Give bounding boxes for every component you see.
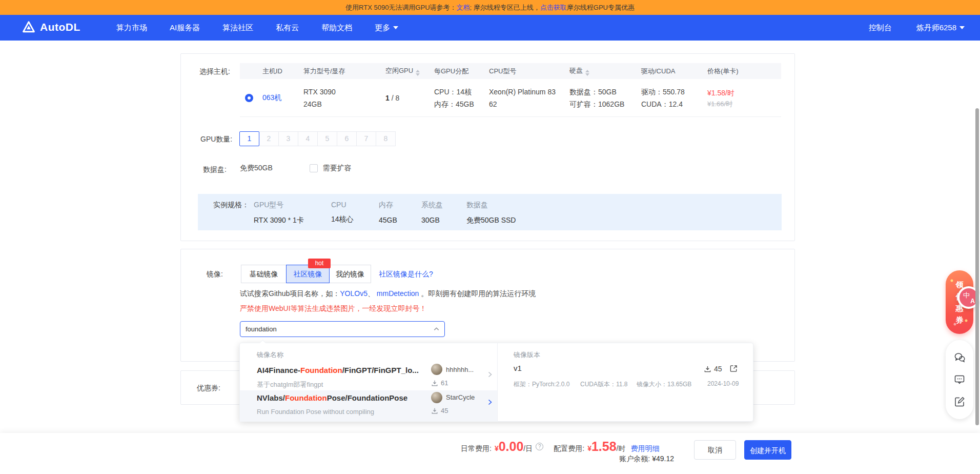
avatar: [431, 364, 442, 375]
cost-detail-link[interactable]: 费用明细: [631, 444, 660, 453]
gpu-count-option-6[interactable]: 6: [337, 131, 357, 146]
image-label: 镜像:: [207, 270, 223, 279]
image-name-header: 镜像名称: [257, 350, 283, 360]
chevron-down-icon: [393, 26, 398, 29]
expand-checkbox[interactable]: [310, 164, 318, 172]
gpu-count-option-7[interactable]: 7: [356, 131, 376, 146]
nav-right: 控制台 炼丹师6258: [869, 15, 965, 41]
nav-menu: 算力市场 AI服务器 算法社区 私有云 帮助文档 更多: [116, 15, 398, 41]
cell-free-gpu: 1 / 8: [381, 94, 430, 102]
spec-cpu: CPU14核心: [331, 201, 354, 224]
cell-cpu-model: Xeon(R) Platinum 8362: [485, 86, 565, 110]
download-count-1: 61: [431, 379, 448, 387]
console-link[interactable]: 控制台: [869, 23, 892, 33]
yolov5-link[interactable]: YOLOv5: [340, 289, 368, 298]
create-and-start-button[interactable]: 创建并开机: [744, 440, 791, 460]
author-name-2: StarCycle: [446, 393, 475, 401]
version-date: 2024-10-09: [707, 380, 739, 387]
expand-label[interactable]: 需要扩容: [323, 164, 352, 173]
header-gpu-model: 算力型号/显存: [299, 67, 381, 76]
autodl-logo-icon: [22, 20, 36, 34]
host-radio-selected[interactable]: [245, 94, 253, 102]
nav-item-private-cloud[interactable]: 私有云: [276, 23, 299, 33]
spec-gpu: GPU型号RTX 3090 * 1卡: [254, 201, 304, 225]
gpu-count-label: GPU数量:: [200, 135, 232, 144]
sort-icon[interactable]: [416, 70, 420, 76]
cell-price: ¥1.58/时¥1.66/时: [703, 87, 781, 109]
image-tabs: 基础镜像 社区镜像 我的镜像: [241, 265, 371, 283]
daily-cost-label: 日常费用:: [461, 444, 492, 453]
version-size: 镜像大小：13.65GB: [637, 380, 691, 389]
download-icon: [431, 380, 438, 387]
avatar: [431, 392, 442, 403]
banner-doc-link[interactable]: 文档: [457, 4, 470, 11]
nav-item-market[interactable]: 算力市场: [116, 23, 147, 33]
host-table-row[interactable]: 063机 RTX 309024GB 1 / 8 CPU：14核内存：45GB X…: [240, 79, 781, 117]
cell-driver-cuda: 驱动：550.78CUDA：12.4: [637, 86, 703, 110]
gpu-count-option-3[interactable]: 3: [278, 131, 298, 146]
cell-per-gpu: CPU：14核内存：45GB: [430, 86, 485, 110]
download-icon: [431, 407, 438, 414]
header-free-gpu[interactable]: 空闲GPU: [381, 66, 430, 76]
image-search: [240, 321, 445, 337]
data-disk-row: 免费50GB 需要扩容: [240, 164, 352, 173]
user-menu[interactable]: 炼丹师6258: [916, 23, 965, 33]
version-download-count: 45: [704, 365, 722, 373]
cell-disk: 数据盘：50GB可扩容：1062GB: [565, 86, 637, 110]
wechat-icon[interactable]: [953, 351, 966, 364]
spec-memory: 内存45GB: [379, 201, 397, 224]
image-search-input[interactable]: [240, 321, 445, 337]
gpu-count-option-2[interactable]: 2: [259, 131, 279, 146]
scrollbar[interactable]: [975, 108, 979, 425]
host-id-link[interactable]: 063机: [262, 93, 281, 102]
top-banner: 使用RTX 5090无法调用GPU请参考：文档; 摩尔线程专区已上线，点击获取摩…: [0, 0, 980, 15]
config-cost-value: 1.58: [591, 439, 617, 454]
config-cost-label: 配置费用:: [554, 444, 584, 453]
cancel-button[interactable]: 取消: [694, 440, 736, 460]
brand-name: AutoDL: [40, 21, 80, 33]
banner-get-link[interactable]: 点击获取: [540, 4, 567, 11]
author-name-1: hhhhhh...: [446, 366, 474, 373]
download-count-2: 45: [431, 407, 448, 414]
community-image-help-link[interactable]: 社区镜像是什么?: [379, 270, 433, 279]
search-hint: 试试搜索Github项目名称，如：YOLOv5、 mmDetection 。即刻…: [240, 289, 536, 299]
chevron-up-icon[interactable]: [433, 326, 440, 332]
host-label: 选择主机:: [199, 67, 230, 76]
gpu-count-option-5[interactable]: 5: [317, 131, 337, 146]
banner-text-2: ; 摩尔线程专区已上线，: [470, 4, 540, 11]
image-search-dropdown: 镜像名称 AI4Finance-Foundation/FinGPT/FinGPT…: [239, 343, 753, 422]
host-table-header: 主机ID 算力型号/显存 空闲GPU 每GPU分配 CPU型号 硬盘 驱动/CU…: [240, 63, 781, 79]
daily-cost-value: 0.00: [499, 439, 524, 454]
hot-badge: hot: [308, 259, 331, 268]
header-disk[interactable]: 硬盘: [565, 66, 637, 76]
image-name-1: AI4Finance-Foundation/FinGPT/FinGPT_lo..…: [257, 366, 419, 374]
mmdetection-link[interactable]: mmDetection: [377, 289, 419, 298]
tab-base-image[interactable]: 基础镜像: [241, 265, 287, 283]
feedback-chat-icon[interactable]: [953, 373, 966, 386]
nav-item-more[interactable]: 更多: [375, 23, 398, 33]
cell-gpu-model: RTX 309024GB: [299, 86, 381, 110]
version-name: v1: [514, 364, 522, 372]
spec-system-disk: 系统盘30GB: [421, 201, 443, 224]
nav-item-docs[interactable]: 帮助文档: [321, 23, 352, 33]
edit-feedback-icon[interactable]: [953, 396, 966, 408]
webui-warning-text: 严禁使用WebUI等算法生成违禁图片，一经发现立即封号！: [240, 304, 427, 313]
sort-icon[interactable]: [585, 70, 589, 76]
image-version-header: 镜像版本: [514, 350, 540, 360]
gpu-count-option-4[interactable]: 4: [298, 131, 318, 146]
chevron-right-icon[interactable]: [487, 371, 493, 378]
gpu-count-option-1[interactable]: 1: [239, 131, 259, 146]
tab-my-image[interactable]: 我的镜像: [329, 265, 371, 283]
nav-item-ai-server[interactable]: AI服务器: [170, 23, 200, 33]
external-link-icon[interactable]: [730, 365, 738, 372]
banner-text-1: 使用RTX 5090无法调用GPU请参考：: [345, 4, 456, 11]
nav-item-community[interactable]: 算法社区: [222, 23, 253, 33]
floating-toolbar: [946, 340, 973, 419]
gpu-count-option-8[interactable]: 8: [376, 131, 396, 146]
header-host-id: 主机ID: [258, 67, 299, 76]
image-desc-2: Run Foundation Pose without compiling: [257, 408, 374, 416]
chevron-right-icon[interactable]: [487, 399, 493, 406]
cost-summary: 日常费用: ¥ 0.00 /日 配置费用: ¥ 1.58 /时 费用明细: [461, 439, 660, 454]
help-icon[interactable]: [536, 443, 543, 450]
brand-logo[interactable]: AutoDL: [22, 20, 80, 34]
